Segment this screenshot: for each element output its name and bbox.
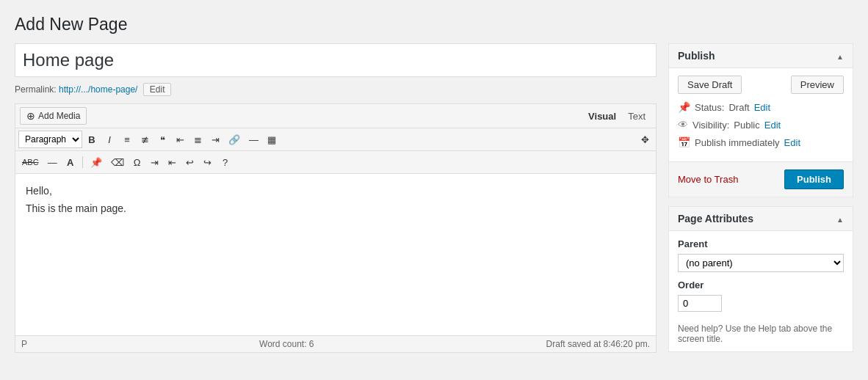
page-attributes-header[interactable]: Page Attributes [669, 207, 853, 231]
blockquote-button[interactable]: ❝ [154, 131, 170, 148]
permalink-edit-button[interactable]: Edit [143, 83, 172, 96]
bold-button[interactable]: B [84, 131, 100, 148]
publish-button[interactable]: Publish [784, 169, 844, 189]
indent-button[interactable]: ⇥ [147, 153, 163, 171]
status-label: Status: [695, 102, 724, 113]
table-button[interactable]: ▦ [264, 131, 280, 148]
add-media-button[interactable]: ⊕ Add Media [20, 107, 87, 125]
help-text: Need help? Use the Help tab above the sc… [678, 324, 844, 344]
page-title: Add New Page [15, 15, 853, 34]
editor-content[interactable]: Hello, This is the main page. [15, 174, 656, 335]
tab-text[interactable]: Text [622, 109, 651, 123]
publish-box: Publish Save Draft Preview 📌 Status: Dra… [668, 43, 853, 197]
text-color-button[interactable]: A [62, 153, 79, 171]
add-media-label: Add Media [38, 111, 80, 121]
word-count: Word count: 6 [259, 339, 314, 349]
status-value: Draft [728, 102, 749, 113]
publish-box-header[interactable]: Publish [669, 44, 853, 68]
paste-text-button[interactable]: 📌 [87, 153, 106, 171]
save-draft-button[interactable]: Save Draft [678, 76, 742, 94]
status-row: 📌 Status: Draft Edit [678, 101, 844, 113]
content-line-1: Hello, [26, 183, 645, 200]
page-attributes-content: Parent (no parent) Order Need help? Use … [669, 231, 853, 351]
italic-button[interactable]: I [101, 131, 117, 148]
link-button[interactable]: 🔗 [225, 131, 244, 148]
order-label: Order [678, 279, 844, 291]
permalink-label: Permalink: [15, 84, 57, 95]
expand-button[interactable]: ✥ [637, 131, 653, 148]
editor-toolbar-top: ⊕ Add Media Visual Text [15, 104, 656, 128]
ol-button[interactable]: ≢ [137, 131, 153, 148]
status-edit-link[interactable]: Edit [754, 102, 770, 113]
page-attributes-title: Page Attributes [678, 213, 753, 224]
visibility-value: Public [734, 120, 759, 131]
order-input[interactable] [678, 295, 722, 312]
strikethrough-button[interactable]: ABC [18, 153, 43, 171]
permalink-bar: Permalink: http://...​/home-page/ Edit [15, 81, 657, 98]
page-title-input[interactable] [15, 43, 657, 77]
page-attributes-box: Page Attributes Parent (no parent) Order… [668, 206, 853, 352]
status-icon: 📌 [678, 101, 690, 113]
publish-time-row: 📅 Publish immediately Edit [678, 136, 844, 148]
visibility-label: Visibility: [692, 120, 729, 131]
parent-label: Parent [678, 238, 844, 249]
toolbar-separator [82, 156, 83, 168]
visibility-edit-link[interactable]: Edit [764, 120, 781, 131]
draft-saved: Draft saved at 8:46:20 pm. [546, 339, 650, 349]
outdent-button[interactable]: ⇤ [164, 153, 181, 171]
align-left-button[interactable]: ⇤ [172, 131, 188, 148]
editor-footer: P Word count: 6 Draft saved at 8:46:20 p… [15, 335, 656, 352]
status-bar-tag: P [21, 339, 27, 349]
publish-time-edit-link[interactable]: Edit [784, 137, 800, 148]
calendar-icon: 📅 [678, 136, 690, 148]
visibility-icon: 👁 [678, 119, 688, 131]
more-button[interactable]: — [245, 131, 262, 148]
editor-column: Permalink: http://...​/home-page/ Edit ⊕… [15, 43, 657, 353]
editor-box: ⊕ Add Media Visual Text Paragraph B I ≡ [15, 103, 657, 353]
tab-visual[interactable]: Visual [582, 109, 622, 123]
horizontal-rule-button[interactable]: — [44, 153, 61, 171]
redo-button[interactable]: ↪ [200, 153, 216, 171]
undo-button[interactable]: ↩ [182, 153, 198, 171]
paragraph-select[interactable]: Paragraph [18, 131, 82, 148]
page-attributes-collapse-icon [836, 213, 844, 224]
align-right-button[interactable]: ⇥ [207, 131, 223, 148]
preview-button[interactable]: Preview [791, 76, 844, 94]
publish-collapse-icon [836, 50, 844, 62]
align-center-button[interactable]: ≣ [189, 131, 206, 148]
publish-section-title: Publish [678, 50, 715, 62]
parent-select[interactable]: (no parent) [678, 254, 844, 272]
permalink-link[interactable]: http://...​/home-page/ [59, 84, 137, 95]
add-media-icon: ⊕ [26, 110, 35, 122]
publish-box-content: Save Draft Preview 📌 Status: Draft Edit … [669, 68, 853, 161]
special-char-button[interactable]: Ω [129, 153, 145, 171]
ul-button[interactable]: ≡ [119, 131, 135, 148]
clear-format-button[interactable]: ⌫ [107, 153, 128, 171]
help-button[interactable]: ? [217, 153, 234, 171]
visibility-row: 👁 Visibility: Public Edit [678, 119, 844, 131]
toolbar-row-2: ABC — A 📌 ⌫ Ω ⇥ ⇤ ↩ ↪ ? [15, 151, 656, 174]
publish-footer: Move to Trash Publish [669, 161, 853, 197]
publish-btn-row: Save Draft Preview [678, 76, 844, 94]
publish-time-label: Publish immediately [695, 137, 780, 148]
toolbar-row-1: Paragraph B I ≡ ≢ ❝ ⇤ ≣ ⇥ 🔗 — ▦ ✥ [15, 128, 656, 151]
sidebar-column: Publish Save Draft Preview 📌 Status: Dra… [668, 43, 853, 361]
content-line-2: This is the main page. [26, 200, 645, 218]
move-to-trash-link[interactable]: Move to Trash [678, 174, 738, 185]
visual-text-tabs: Visual Text [582, 109, 651, 123]
